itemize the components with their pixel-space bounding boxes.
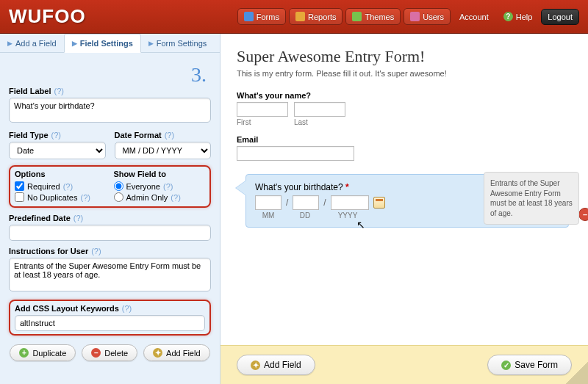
help-icon[interactable]: (?) <box>74 214 83 222</box>
cursor-icon: ↖ <box>356 219 365 231</box>
canvas-addfield-button[interactable]: ✦Add Field <box>237 355 315 375</box>
last-name-input[interactable] <box>294 102 345 117</box>
instructions-input[interactable]: Entrants of the Super Awesome Entry Form… <box>9 258 211 291</box>
instructions-display: Entrants of the Super Awesome Entry Form… <box>484 172 579 225</box>
brand-logo: WUFOO <box>9 5 86 28</box>
nav-logout-label: Logout <box>548 12 573 21</box>
help-icon[interactable]: (?) <box>165 131 174 140</box>
css-keywords-group: Add CSS Layout Keywords (?) <box>9 300 211 336</box>
top-nav: WUFOO Forms Reports Themes Users Account… <box>0 0 588 34</box>
field-type-header: Field Type (?) <box>9 131 106 140</box>
date-format-select[interactable]: MM / DD / YYYY <box>115 142 212 159</box>
help-icon[interactable]: (?) <box>163 182 173 191</box>
settings-panel: Field Label (?) What's your birthdate? F… <box>0 53 220 384</box>
email-field[interactable]: Email <box>237 135 572 161</box>
required-checkbox[interactable] <box>15 181 24 191</box>
triangle-icon: ▶ <box>72 40 77 47</box>
nav-help[interactable]: ?Help <box>498 9 539 24</box>
help-icon: ? <box>503 12 513 21</box>
nav-logout[interactable]: Logout <box>541 9 579 25</box>
showfield-col: Show Field to Everyone (?) Admin Only (?… <box>114 170 206 203</box>
name-label: What's your name? <box>237 91 572 100</box>
delete-button[interactable]: –Delete <box>82 344 137 361</box>
option-required[interactable]: Required (?) <box>15 181 107 191</box>
name-field[interactable]: What's your name? First Last <box>237 91 572 126</box>
year-input[interactable] <box>331 195 369 210</box>
css-keywords-header: Add CSS Layout Keywords (?) <box>15 304 205 313</box>
nav-help-label: Help <box>516 12 533 21</box>
field-label-input[interactable]: What's your birthdate? <box>9 98 211 123</box>
first-name-input[interactable] <box>237 102 288 117</box>
field-type-select[interactable]: Date <box>9 142 106 159</box>
plus-icon: + <box>19 348 29 358</box>
field-remove-button[interactable]: – <box>578 208 588 221</box>
tab-add-label: Add a Field <box>15 39 57 48</box>
sidebar-tabs: ▶Add a Field ▶Field Settings ▶Form Setti… <box>0 34 220 53</box>
everyone-radio[interactable] <box>114 181 123 191</box>
options-section: Options Required (?) No Duplicates (?) S… <box>9 165 211 208</box>
sidebar: ▶Add a Field ▶Field Settings ▶Form Setti… <box>0 34 220 384</box>
users-icon <box>410 12 420 21</box>
field-type-group: Field Type (?) Date <box>9 131 106 159</box>
help-icon[interactable]: (?) <box>80 193 90 202</box>
options-header: Options <box>15 170 107 178</box>
save-form-button[interactable]: ✓Save Form <box>487 355 572 375</box>
add-icon: ✦ <box>251 361 260 370</box>
email-input[interactable] <box>237 146 354 161</box>
page-curl-icon <box>566 362 588 384</box>
options-col: Options Required (?) No Duplicates (?) <box>15 170 107 203</box>
nav-users-label: Users <box>423 12 444 21</box>
step-number: 3. <box>191 63 207 87</box>
date-format-group: Date Format (?) MM / DD / YYYY <box>115 131 212 159</box>
nodup-checkbox[interactable] <box>15 192 24 202</box>
help-icon[interactable]: (?) <box>63 182 73 191</box>
check-icon: ✓ <box>501 361 511 370</box>
nav-account-label: Account <box>459 12 489 21</box>
nav-reports[interactable]: Reports <box>289 8 343 25</box>
help-icon[interactable]: (?) <box>51 131 61 140</box>
dd-sublabel: DD <box>292 211 318 220</box>
sidebar-buttons: +Duplicate –Delete ✦Add Field <box>9 344 211 361</box>
tab-form-settings[interactable]: ▶Form Settings <box>141 34 214 52</box>
mm-sublabel: MM <box>255 211 282 220</box>
form-title: Super Awesome Entry Form! <box>237 47 572 66</box>
nav-group: Forms Reports Themes Users Account ?Help… <box>237 8 579 25</box>
predefined-input[interactable] <box>9 225 211 241</box>
nav-reports-label: Reports <box>308 12 337 21</box>
admin-radio[interactable] <box>114 192 123 202</box>
show-everyone[interactable]: Everyone (?) <box>114 181 206 191</box>
nav-account[interactable]: Account <box>453 10 495 24</box>
help-icon[interactable]: (?) <box>122 304 132 313</box>
themes-icon <box>352 12 362 21</box>
predefined-group: Predefined Date (?) <box>9 214 211 241</box>
form-header: Super Awesome Entry Form! This is my ent… <box>220 34 588 84</box>
day-input[interactable] <box>293 195 319 210</box>
duplicate-button[interactable]: +Duplicate <box>10 344 76 361</box>
tab-field-settings[interactable]: ▶Field Settings <box>64 34 141 53</box>
addfield-button[interactable]: ✦Add Field <box>143 344 209 361</box>
last-sublabel: Last <box>294 118 345 126</box>
field-label-group: Field Label (?) What's your birthdate? <box>9 87 211 125</box>
forms-icon <box>244 12 254 21</box>
month-input[interactable] <box>255 195 282 210</box>
nav-forms-label: Forms <box>257 12 279 21</box>
bottom-toolbar: ✦Add Field ✓Save Form <box>220 345 588 384</box>
help-icon[interactable]: (?) <box>54 87 63 95</box>
nav-forms[interactable]: Forms <box>237 8 286 25</box>
help-icon[interactable]: (?) <box>91 247 101 256</box>
tab-settings-label: Field Settings <box>80 39 133 48</box>
show-admin[interactable]: Admin Only (?) <box>114 192 206 202</box>
nav-users[interactable]: Users <box>404 8 451 25</box>
tab-add-field[interactable]: ▶Add a Field <box>0 34 64 52</box>
email-label: Email <box>237 135 572 144</box>
instructions-group: Instructions for User (?) Entrants of th… <box>9 247 211 294</box>
triangle-icon: ▶ <box>7 40 12 47</box>
date-format-header: Date Format (?) <box>115 131 212 140</box>
calendar-icon[interactable] <box>373 197 385 209</box>
add-icon: ✦ <box>153 348 162 358</box>
help-icon[interactable]: (?) <box>171 193 180 202</box>
required-star-icon: * <box>345 182 349 192</box>
option-nodup[interactable]: No Duplicates (?) <box>15 192 107 202</box>
css-keywords-input[interactable] <box>15 315 205 331</box>
nav-themes[interactable]: Themes <box>345 8 401 25</box>
